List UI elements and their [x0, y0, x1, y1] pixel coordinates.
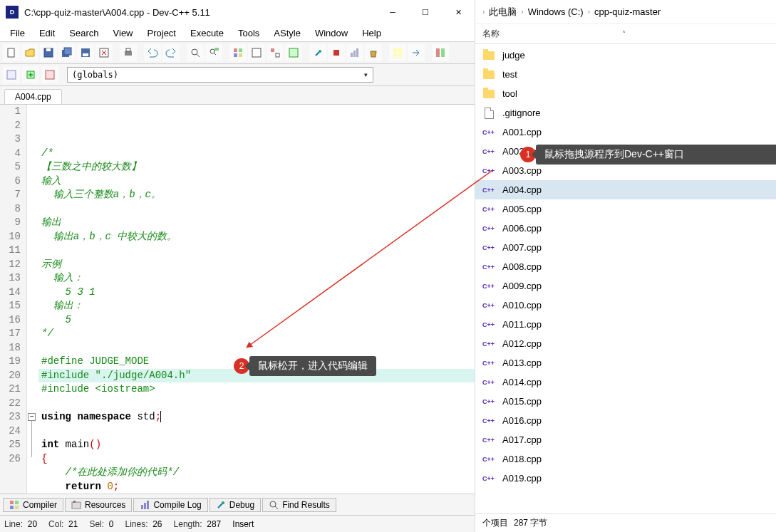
cpp-file-icon: C++ — [482, 299, 495, 312]
file-name: A001.cpp — [502, 127, 542, 137]
find-button[interactable] — [187, 44, 204, 61]
breadcrumb-item[interactable]: Windows (C:) — [528, 6, 584, 17]
svg-rect-12 — [214, 48, 219, 51]
compile-run-button[interactable] — [267, 44, 284, 61]
minimize-button[interactable]: ─ — [376, 0, 409, 24]
list-item[interactable]: test — [475, 65, 776, 84]
tab-a004[interactable]: A004.cpp — [4, 89, 62, 104]
file-name: A018.cpp — [502, 454, 542, 464]
undo-button[interactable] — [144, 44, 161, 61]
menu-execute[interactable]: Execute — [183, 26, 231, 40]
tab-compile-log[interactable]: Compile Log — [133, 498, 207, 512]
new-class-button[interactable] — [22, 66, 39, 83]
breadcrumb-item[interactable]: cpp-quiz-master — [594, 6, 661, 17]
menu-search[interactable]: Search — [62, 26, 105, 40]
list-item[interactable]: C++A017.cpp — [475, 430, 776, 449]
cpp-file-icon: C++ — [482, 395, 495, 408]
file-list[interactable]: 1 鼠标拖拽源程序到Dev-C++窗口 judgetesttool.gitign… — [475, 44, 776, 513]
file-name: .gitignore — [502, 108, 540, 118]
cpp-file-icon: C++ — [482, 241, 495, 254]
save-button[interactable] — [40, 44, 57, 61]
globals-combo[interactable]: (globals) — [67, 67, 373, 83]
insert-button[interactable] — [41, 66, 58, 83]
tab-compiler[interactable]: Compiler — [3, 498, 63, 512]
tab-find-results[interactable]: Find Results — [262, 498, 336, 512]
redo-button[interactable] — [162, 44, 180, 61]
list-item[interactable]: C++A010.cpp — [475, 296, 776, 315]
open-button[interactable] — [21, 44, 38, 61]
close-button[interactable]: ✕ — [442, 0, 475, 24]
menu-file[interactable]: File — [3, 26, 32, 40]
svg-rect-4 — [64, 48, 71, 55]
folder-icon — [482, 49, 495, 62]
line-gutter: 1 2 3 4 5 6 7 8 9 10 11 12 13 14 15 16 1… — [0, 105, 27, 494]
svg-point-10 — [192, 49, 197, 55]
list-item[interactable]: C++A012.cpp — [475, 334, 776, 353]
profile-button[interactable] — [346, 44, 363, 61]
list-item[interactable]: C++A011.cpp — [475, 315, 776, 334]
debug-button[interactable] — [309, 44, 326, 61]
list-item[interactable]: C++A009.cpp — [475, 276, 776, 296]
menu-help[interactable]: Help — [355, 26, 388, 40]
svg-rect-0 — [8, 48, 14, 57]
list-item[interactable]: C++A015.cpp — [475, 392, 776, 411]
svg-rect-20 — [289, 48, 298, 57]
column-header[interactable]: 名称 ˄ — [475, 24, 776, 44]
svg-rect-23 — [351, 53, 353, 57]
list-item[interactable]: tool — [475, 84, 776, 103]
replace-button[interactable] — [205, 44, 222, 61]
svg-rect-31 — [441, 48, 445, 57]
globals-combo-value: (globals) — [72, 70, 118, 80]
list-item[interactable]: C++A008.cpp — [475, 257, 776, 276]
list-item[interactable]: C++A014.cpp — [475, 372, 776, 392]
code-area[interactable]: /* 【三数之中的较大数】 输入 输入三个整数a，b，c。 输出 输出a，b，c… — [38, 105, 475, 494]
menu-astyle[interactable]: AStyle — [267, 26, 308, 40]
menu-tools[interactable]: Tools — [231, 26, 267, 40]
file-name: A010.cpp — [502, 300, 542, 311]
save-all-button[interactable] — [58, 44, 76, 61]
run-button[interactable] — [248, 44, 265, 61]
bookmark-button[interactable] — [432, 44, 449, 61]
svg-rect-39 — [72, 502, 81, 508]
menu-edit[interactable]: Edit — [32, 26, 62, 40]
list-item[interactable]: C++A005.cpp — [475, 199, 776, 219]
menu-view[interactable]: View — [106, 26, 140, 40]
window-tile-button[interactable] — [389, 44, 406, 61]
svg-rect-2 — [46, 48, 51, 51]
new-file-button[interactable] — [3, 44, 20, 61]
list-item[interactable]: C++A001.cpp — [475, 122, 776, 142]
svg-rect-6 — [83, 53, 88, 56]
close-file-button[interactable] — [95, 44, 113, 61]
back-button[interactable] — [3, 66, 20, 83]
svg-rect-26 — [393, 48, 397, 52]
file-name: A004.cpp — [502, 184, 542, 195]
compile-button[interactable] — [229, 44, 247, 61]
clean-button[interactable] — [365, 44, 382, 61]
print-button[interactable] — [120, 44, 137, 61]
tab-debug[interactable]: Debug — [209, 498, 261, 512]
breadcrumb-item[interactable]: 此电脑 — [489, 6, 517, 19]
list-item[interactable]: C++A019.cpp — [475, 469, 776, 488]
goto-button[interactable] — [408, 44, 425, 61]
save-as-button[interactable] — [77, 44, 94, 61]
breadcrumb[interactable]: › 此电脑 › Windows (C:) › cpp-quiz-master — [475, 0, 776, 24]
menu-window[interactable]: Window — [308, 26, 355, 40]
list-item[interactable]: C++A016.cpp — [475, 411, 776, 430]
tab-resources[interactable]: Resources — [65, 498, 132, 512]
list-item[interactable]: C++A006.cpp — [475, 219, 776, 238]
svg-rect-15 — [234, 53, 237, 57]
stop-button[interactable] — [328, 44, 345, 61]
list-item[interactable]: C++A004.cpp — [475, 180, 776, 199]
list-item[interactable]: judge — [475, 46, 776, 65]
list-item[interactable]: C++A007.cpp — [475, 238, 776, 257]
rebuild-button[interactable] — [285, 44, 302, 61]
menu-project[interactable]: Project — [140, 26, 183, 40]
list-item[interactable]: C++A018.cpp — [475, 449, 776, 469]
maximize-button[interactable]: ☐ — [409, 0, 442, 24]
list-item[interactable]: C++A013.cpp — [475, 353, 776, 372]
code-editor[interactable]: 1 2 3 4 5 6 7 8 9 10 11 12 13 14 15 16 1… — [0, 105, 475, 494]
list-item[interactable]: .gitignore — [475, 103, 776, 122]
file-name: A013.cpp — [502, 358, 542, 368]
cpp-file-icon: C++ — [482, 414, 495, 427]
file-name: A008.cpp — [502, 261, 542, 272]
